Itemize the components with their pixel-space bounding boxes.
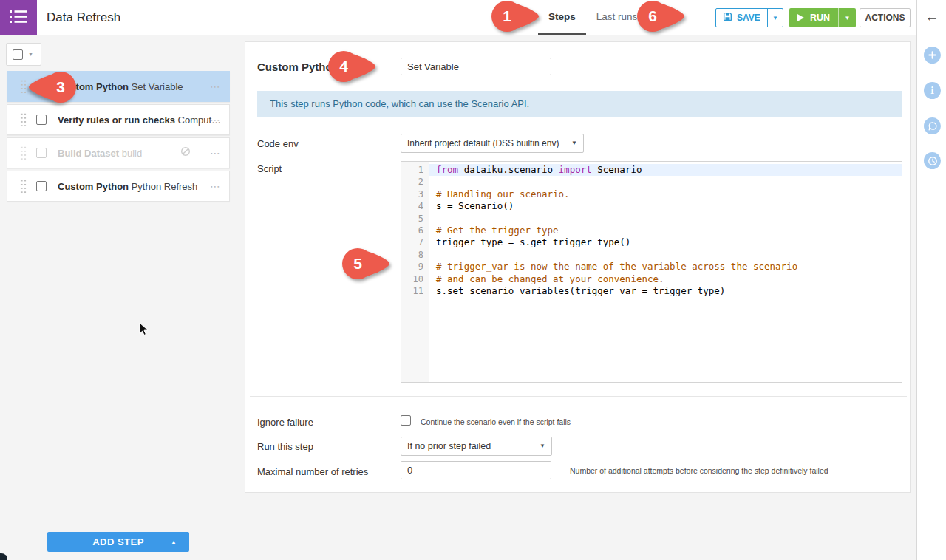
script-code-editor[interactable]: 1234567891011 from dataiku.scenario impo… [401, 161, 902, 383]
step-label: Build Dataset build [58, 148, 142, 159]
step-label: Verify rules or run checks Comput… [58, 115, 221, 126]
history-icon[interactable] [924, 152, 941, 169]
chevron-down-icon: ▼ [571, 134, 577, 152]
scenario-menu-button[interactable] [0, 0, 37, 35]
add-step-button[interactable]: ADD STEP ▲ [47, 532, 189, 552]
step-checkbox[interactable] [36, 148, 47, 158]
more-options-icon[interactable]: ⋯ [210, 180, 220, 192]
ignore-failure-label: Ignore failure [257, 417, 313, 428]
list-icon [9, 8, 28, 28]
actions-button[interactable]: ACTIONS [860, 8, 911, 27]
discussions-icon[interactable] [924, 117, 941, 134]
tab-steps[interactable]: Steps [538, 0, 586, 35]
tab-last-runs[interactable]: Last runs [586, 0, 648, 35]
floppy-icon [723, 12, 732, 24]
more-options-icon[interactable]: ⋯ [210, 81, 220, 92]
section-divider [250, 396, 907, 397]
step-item-build-dataset[interactable]: Build Dataset build ⋯ [7, 137, 230, 168]
select-all-steps-control[interactable]: ▼ [6, 43, 41, 66]
select-all-checkbox[interactable] [13, 49, 23, 60]
disabled-icon [180, 146, 191, 160]
info-icon[interactable]: i [924, 82, 941, 99]
step-item-verify-rules[interactable]: Verify rules or run checks Comput… ⋯ [7, 104, 230, 135]
save-dropdown-button[interactable]: ▼ [767, 9, 783, 27]
drag-handle-icon[interactable] [20, 112, 27, 127]
run-this-step-select[interactable]: If no prior step failed ▼ [401, 437, 552, 456]
steps-sidebar: ▼ Custom Python Set Variable ⋯ Verify ru… [0, 35, 236, 560]
run-button[interactable]: RUN [789, 8, 838, 27]
add-step-label: ADD STEP [92, 536, 144, 547]
step-type-title: Custom Python [257, 61, 339, 73]
drag-handle-icon[interactable] [20, 79, 27, 94]
chevron-down-icon: ▼ [540, 437, 545, 455]
retries-help: Number of additional attempts before con… [570, 466, 828, 475]
retries-label: Maximal number of retries [257, 466, 368, 477]
step-checkbox[interactable] [36, 181, 47, 191]
chevron-down-icon: ▼ [28, 52, 33, 57]
save-button[interactable]: SAVE [716, 9, 767, 27]
run-this-step-label: Run this step [257, 441, 313, 452]
script-label: Script [257, 163, 282, 174]
screen-corner-artifact [0, 553, 7, 560]
step-name-input[interactable] [401, 58, 551, 75]
code-env-label: Code env [257, 138, 299, 149]
ignore-failure-help: Continue the scenario even if the script… [421, 417, 571, 426]
play-icon [797, 14, 804, 21]
step-checkbox[interactable] [36, 81, 47, 92]
run-split-button: RUN ▼ [789, 8, 856, 27]
retries-input[interactable] [401, 461, 551, 479]
top-bar: Data Refresh Steps Last runs SAVE ▼ RUN … [0, 0, 916, 35]
code-lines[interactable]: from dataiku.scenario import Scenario # … [429, 162, 902, 382]
right-rail: ← i [916, 0, 946, 560]
more-options-icon[interactable]: ⋯ [210, 147, 220, 159]
back-arrow-icon[interactable]: ← [917, 9, 946, 25]
step-label: Custom Python Python Refresh [58, 181, 197, 192]
step-item-set-variable[interactable]: Custom Python Set Variable ⋯ [7, 71, 230, 102]
chevron-down-icon: ▼ [772, 15, 778, 21]
more-options-icon[interactable]: ⋯ [210, 114, 220, 126]
code-gutter: 1234567891011 [401, 162, 429, 382]
plus-icon[interactable] [924, 47, 941, 64]
step-checkbox[interactable] [36, 115, 47, 125]
step-label: Custom Python Set Variable [58, 81, 183, 92]
main-content: Custom Python This step runs Python code… [237, 35, 916, 560]
save-split-button: SAVE ▼ [715, 8, 783, 27]
drag-handle-icon[interactable] [20, 146, 27, 160]
page-title: Data Refresh [47, 0, 120, 35]
ignore-failure-checkbox[interactable] [401, 415, 411, 426]
step-settings-panel: Custom Python This step runs Python code… [245, 41, 911, 493]
drag-handle-icon[interactable] [20, 179, 27, 194]
chevron-up-icon: ▲ [171, 539, 177, 546]
info-banner: This step runs Python code, which can us… [257, 91, 902, 117]
chevron-down-icon: ▼ [845, 15, 851, 21]
save-button-label: SAVE [737, 13, 760, 23]
scenario-tabs: Steps Last runs [538, 0, 647, 35]
steps-list: Custom Python Set Variable ⋯ Verify rule… [7, 71, 230, 204]
code-env-select[interactable]: Inherit project default (DSS builtin env… [401, 134, 584, 153]
run-dropdown-button[interactable]: ▼ [838, 8, 856, 27]
run-button-label: RUN [810, 13, 830, 23]
step-item-python-refresh[interactable]: Custom Python Python Refresh ⋯ [7, 171, 230, 202]
